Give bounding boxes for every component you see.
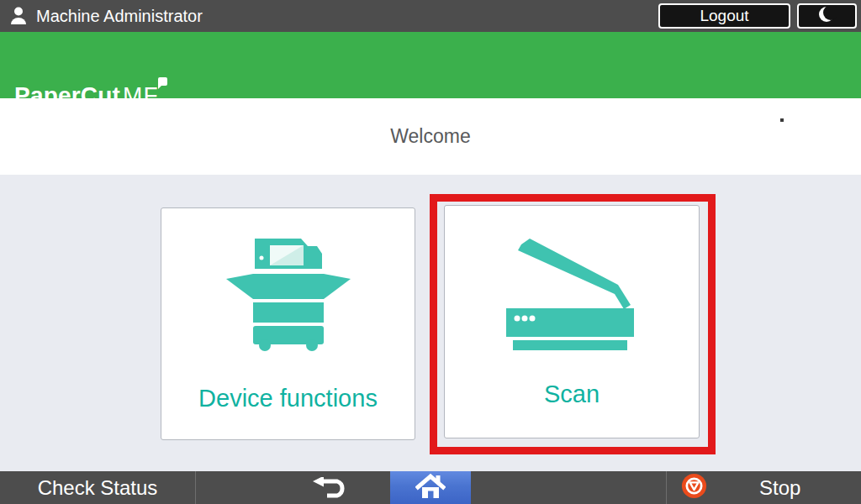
check-status-button[interactable]: Check Status [0, 471, 195, 504]
check-status-label: Check Status [38, 476, 158, 500]
home-icon [415, 473, 446, 503]
scanner-icon [496, 234, 647, 355]
copier-icon [221, 235, 356, 356]
sleep-button[interactable] [797, 3, 857, 29]
papercut-flag-icon [157, 76, 168, 92]
logout-label: Logout [700, 7, 748, 25]
scan-card[interactable]: Scan [444, 205, 700, 438]
logout-button[interactable]: Logout [658, 3, 790, 29]
footer-bar: Check Status Stop [0, 471, 861, 504]
moon-icon [818, 5, 837, 28]
stop-label: Stop [759, 476, 800, 500]
logged-in-user: Machine Administrator [10, 0, 203, 32]
stop-icon [667, 473, 707, 502]
stop-button[interactable]: Stop [667, 471, 861, 504]
pixel-artifact-dot [780, 118, 784, 122]
welcome-banner: Welcome [0, 98, 861, 175]
content-area [0, 175, 861, 471]
home-button[interactable] [390, 471, 471, 504]
device-functions-label: Device functions [198, 385, 378, 412]
brand-header: PaperCut MF [0, 32, 861, 98]
page-title: Welcome [390, 125, 470, 148]
person-icon [10, 6, 27, 26]
user-name-label: Machine Administrator [36, 7, 203, 26]
top-bar: Machine Administrator Logout [0, 0, 861, 32]
device-functions-card[interactable]: Device functions [161, 207, 415, 440]
back-button[interactable] [196, 471, 390, 504]
scan-label: Scan [544, 381, 600, 408]
